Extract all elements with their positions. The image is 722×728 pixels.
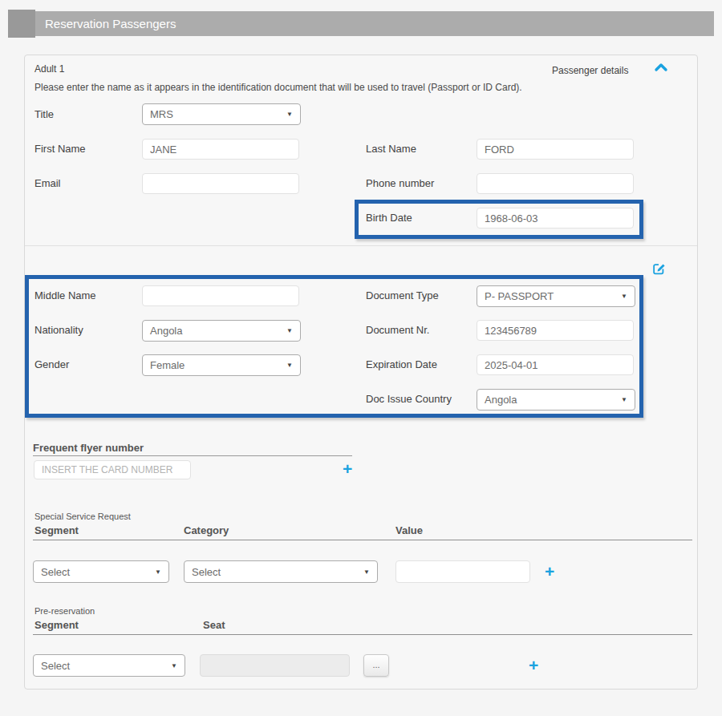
prereservation-seat-column-header: Seat xyxy=(203,619,225,631)
title-label: Title xyxy=(34,108,54,120)
prereservation-header-underline xyxy=(33,634,692,635)
chevron-down-icon: ▼ xyxy=(286,327,293,334)
chevron-down-icon: ▼ xyxy=(171,662,177,669)
add-frequent-flyer-button[interactable]: + xyxy=(343,461,352,477)
chevron-down-icon: ▼ xyxy=(286,362,293,369)
expiration-date-label: Expiration Date xyxy=(366,358,437,370)
ssr-segment-select-value: Select xyxy=(41,566,70,578)
gender-select-value: Female xyxy=(150,359,185,371)
edit-pencil-icon xyxy=(651,265,666,278)
document-type-select-value: P- PASSPORT xyxy=(485,290,554,302)
chevron-up-icon xyxy=(654,62,668,75)
passenger-number-label: Adult 1 xyxy=(34,63,64,75)
nationality-select-value: Angola xyxy=(150,325,182,337)
email-label: Email xyxy=(34,177,61,189)
ssr-value-column-header: Value xyxy=(395,524,423,536)
section-divider xyxy=(25,245,697,246)
section-header: Reservation Passengers xyxy=(8,11,714,36)
gender-select[interactable]: Female ▼ xyxy=(142,354,301,376)
chevron-down-icon: ▼ xyxy=(621,396,627,403)
pre-reservation-section-label: Pre-reservation xyxy=(34,606,95,616)
passenger-details-label: Passenger details xyxy=(552,65,628,76)
expiration-date-input[interactable] xyxy=(477,354,634,375)
doc-issue-country-select-value: Angola xyxy=(485,394,517,406)
birth-date-input[interactable] xyxy=(477,208,634,229)
frequent-flyer-input[interactable] xyxy=(34,460,191,479)
birth-date-label: Birth Date xyxy=(366,212,412,224)
document-type-label: Document Type xyxy=(366,289,439,301)
chevron-down-icon: ▼ xyxy=(363,568,370,576)
add-ssr-button[interactable]: + xyxy=(545,564,554,580)
prereservation-segment-column-header: Segment xyxy=(34,619,79,631)
ssr-header-underline xyxy=(33,540,692,540)
middle-name-input[interactable] xyxy=(142,285,299,306)
instruction-text: Please enter the name as it appears in t… xyxy=(34,82,522,93)
chevron-down-icon: ▼ xyxy=(155,568,161,576)
nationality-label: Nationality xyxy=(34,324,83,336)
frequent-flyer-label: Frequent flyer number xyxy=(33,442,144,454)
chevron-down-icon: ▼ xyxy=(621,293,627,300)
ssr-category-select[interactable]: Select ▼ xyxy=(184,560,378,583)
edit-documents-button[interactable] xyxy=(651,261,666,276)
ssr-segment-select[interactable]: Select ▼ xyxy=(33,560,169,583)
title-select[interactable]: MRS ▼ xyxy=(142,103,301,125)
first-name-label: First Name xyxy=(34,143,86,155)
phone-label: Phone number xyxy=(366,177,434,189)
frequent-flyer-underline xyxy=(33,455,352,456)
prereservation-segment-select[interactable]: Select ▼ xyxy=(33,654,185,677)
ssr-segment-column-header: Segment xyxy=(34,524,79,536)
last-name-input[interactable] xyxy=(477,139,634,160)
chevron-down-icon: ▼ xyxy=(286,111,293,118)
seat-map-button[interactable]: ... xyxy=(363,654,389,677)
nationality-select[interactable]: Angola ▼ xyxy=(142,320,301,342)
doc-issue-country-label: Doc Issue Country xyxy=(366,393,452,405)
add-prereservation-button[interactable]: + xyxy=(529,657,538,673)
ssr-section-label: Special Service Request xyxy=(34,512,131,521)
last-name-label: Last Name xyxy=(366,143,416,155)
ssr-category-column-header: Category xyxy=(184,524,229,536)
document-nr-input[interactable] xyxy=(477,320,634,341)
title-select-value: MRS xyxy=(150,108,173,120)
ssr-value-input[interactable] xyxy=(395,560,530,583)
doc-issue-country-select[interactable]: Angola ▼ xyxy=(477,389,635,411)
prereservation-segment-select-value: Select xyxy=(41,660,70,672)
middle-name-label: Middle Name xyxy=(34,289,96,301)
passenger-card: Adult 1 Passenger details Please enter t… xyxy=(24,55,698,690)
first-name-input[interactable] xyxy=(142,139,299,160)
section-title: Reservation Passengers xyxy=(45,11,176,36)
gender-label: Gender xyxy=(34,358,69,370)
document-type-select[interactable]: P- PASSPORT ▼ xyxy=(477,285,635,307)
collapse-section-button[interactable] xyxy=(654,62,668,73)
phone-input[interactable] xyxy=(477,173,634,194)
header-accent-square xyxy=(8,10,35,38)
seat-input[interactable] xyxy=(200,654,350,677)
email-input[interactable] xyxy=(142,173,299,194)
page-background: Reservation Passengers Adult 1 Passenger… xyxy=(0,0,722,716)
document-nr-label: Document Nr. xyxy=(366,324,429,336)
ssr-category-select-value: Select xyxy=(192,566,221,578)
